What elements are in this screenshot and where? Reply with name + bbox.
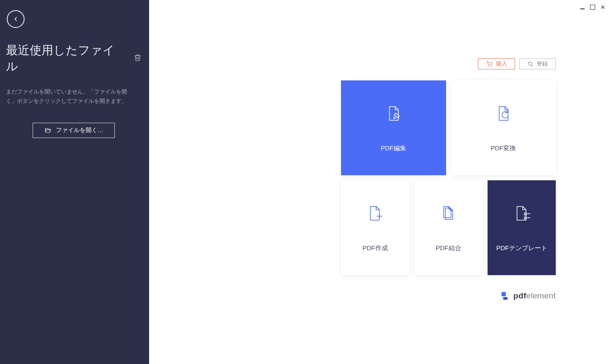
brand-logo: pdfelement: [502, 291, 556, 301]
tile-pdf-create[interactable]: PDF作成: [341, 180, 409, 275]
sidebar-title: 最近使用したファイル: [6, 42, 123, 74]
buy-label: 購入: [496, 60, 507, 68]
window-minimize-button[interactable]: [579, 3, 586, 11]
brand-bold: pdf: [513, 291, 526, 300]
clear-recent-button[interactable]: [134, 54, 141, 63]
brand-text: pdfelement: [513, 291, 556, 301]
cart-icon: [486, 61, 493, 67]
register-button[interactable]: 登録: [519, 58, 556, 69]
top-actions: 購入 登録: [478, 58, 556, 69]
edit-icon: [383, 104, 404, 124]
tile-label: PDF結合: [436, 244, 461, 252]
tile-label: PDFテンプレート: [496, 244, 547, 252]
tile-grid: PDF編集 PDF変換: [341, 80, 556, 280]
main-area: × 購入 登録 PDF編集: [149, 0, 610, 364]
convert-icon: [493, 104, 513, 124]
open-file-button[interactable]: ファイルを開く…: [33, 123, 115, 138]
svg-rect-8: [524, 217, 526, 219]
svg-point-0: [488, 66, 489, 66]
tile-label: PDF変換: [491, 144, 516, 152]
svg-rect-6: [524, 213, 526, 215]
buy-button[interactable]: 購入: [478, 58, 515, 69]
trash-icon: [134, 54, 141, 61]
svg-point-1: [491, 66, 491, 66]
folder-open-icon: [44, 127, 52, 134]
register-label: 登録: [537, 60, 548, 68]
tile-pdf-edit[interactable]: PDF編集: [341, 80, 446, 175]
back-button[interactable]: [7, 10, 25, 28]
tile-label: PDF編集: [381, 144, 406, 152]
svg-line-3: [532, 65, 533, 66]
brand-rest: element: [526, 291, 556, 300]
window-close-button[interactable]: ×: [599, 3, 607, 11]
brand-mark-icon: [502, 292, 509, 300]
chevron-left-icon: [12, 16, 19, 22]
create-icon: [365, 204, 385, 224]
window-maximize-button[interactable]: [589, 3, 596, 11]
tile-pdf-merge[interactable]: PDF結合: [414, 180, 482, 275]
tile-label: PDF作成: [363, 244, 388, 252]
template-icon: [512, 204, 532, 224]
tile-pdf-template[interactable]: PDFテンプレート: [488, 180, 556, 275]
sidebar: 最近使用したファイル まだファイルを開いていません。「ファイルを開く」ボタンをク…: [0, 0, 149, 364]
sidebar-title-row: 最近使用したファイル: [6, 42, 141, 74]
sidebar-empty-message: まだファイルを開いていません。「ファイルを開く」ボタンをクリックしてファイルを開…: [6, 87, 137, 106]
window-controls: ×: [579, 3, 607, 11]
merge-icon: [438, 204, 459, 224]
tile-pdf-convert[interactable]: PDF変換: [451, 80, 556, 175]
open-file-label: ファイルを開く…: [56, 127, 103, 134]
search-icon: [527, 61, 533, 67]
